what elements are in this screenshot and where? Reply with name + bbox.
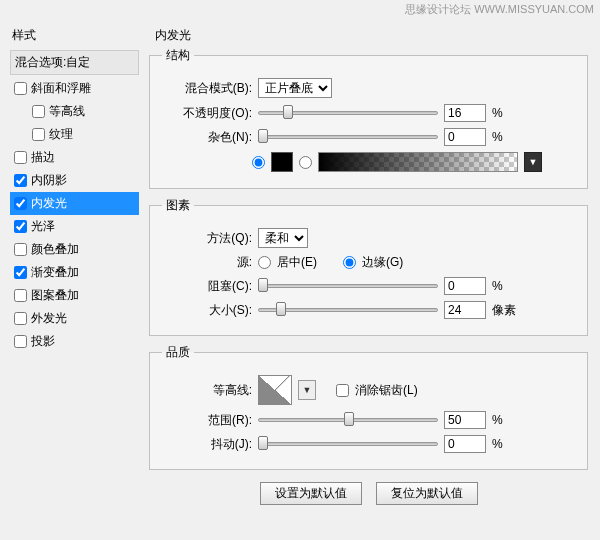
style-item-9[interactable]: 图案叠加 [10, 284, 139, 307]
jitter-input[interactable] [444, 435, 486, 453]
style-item-2[interactable]: 纹理 [10, 123, 139, 146]
style-item-label: 内阴影 [31, 172, 67, 189]
style-checkbox[interactable] [14, 82, 27, 95]
sidebar: 样式 混合选项:自定 斜面和浮雕等高线纹理描边内阴影内发光光泽颜色叠加渐变叠加图… [0, 20, 145, 540]
main-panel: 内发光 结构 混合模式(B): 正片叠底 不透明度(O): % 杂色(N): % [145, 20, 600, 540]
color-solid-radio[interactable] [252, 156, 265, 169]
style-checkbox[interactable] [14, 312, 27, 325]
contour-picker[interactable] [258, 375, 292, 405]
style-checkbox[interactable] [14, 174, 27, 187]
style-item-label: 投影 [31, 333, 55, 350]
style-item-label: 内发光 [31, 195, 67, 212]
style-item-8[interactable]: 渐变叠加 [10, 261, 139, 284]
style-item-label: 描边 [31, 149, 55, 166]
gradient-preview[interactable] [318, 152, 518, 172]
style-item-label: 等高线 [49, 103, 85, 120]
choke-label: 阻塞(C): [162, 278, 252, 295]
style-checkbox[interactable] [32, 105, 45, 118]
technique-select[interactable]: 柔和 [258, 228, 308, 248]
color-swatch[interactable] [271, 152, 293, 172]
layer-style-dialog: 思缘设计论坛 WWW.MISSYUAN.COM 样式 混合选项:自定 斜面和浮雕… [0, 0, 600, 540]
size-label: 大小(S): [162, 302, 252, 319]
style-item-label: 颜色叠加 [31, 241, 79, 258]
elements-legend: 图素 [162, 197, 194, 214]
range-label: 范围(R): [162, 412, 252, 429]
style-item-5[interactable]: 内发光 [10, 192, 139, 215]
size-slider[interactable] [258, 302, 438, 318]
style-checkbox[interactable] [14, 151, 27, 164]
opacity-label: 不透明度(O): [162, 105, 252, 122]
style-item-label: 光泽 [31, 218, 55, 235]
choke-input[interactable] [444, 277, 486, 295]
style-item-4[interactable]: 内阴影 [10, 169, 139, 192]
style-item-6[interactable]: 光泽 [10, 215, 139, 238]
elements-group: 图素 方法(Q): 柔和 源: 居中(E) 边缘(G) 阻塞(C): % 大小(… [149, 197, 588, 336]
jitter-label: 抖动(J): [162, 436, 252, 453]
style-checkbox[interactable] [14, 289, 27, 302]
jitter-slider[interactable] [258, 436, 438, 452]
watermark: 思缘设计论坛 WWW.MISSYUAN.COM [405, 2, 594, 17]
noise-unit: % [492, 130, 522, 144]
default-buttons: 设置为默认值 复位为默认值 [149, 478, 588, 509]
style-checkbox[interactable] [14, 243, 27, 256]
blending-options-item[interactable]: 混合选项:自定 [10, 50, 139, 75]
range-input[interactable] [444, 411, 486, 429]
opacity-unit: % [492, 106, 522, 120]
size-unit: 像素 [492, 302, 522, 319]
jitter-unit: % [492, 437, 522, 451]
style-item-7[interactable]: 颜色叠加 [10, 238, 139, 261]
style-item-11[interactable]: 投影 [10, 330, 139, 353]
opacity-input[interactable] [444, 104, 486, 122]
gradient-dropdown-icon[interactable]: ▼ [524, 152, 542, 172]
style-checkbox[interactable] [14, 266, 27, 279]
style-checkbox[interactable] [14, 197, 27, 210]
noise-input[interactable] [444, 128, 486, 146]
noise-label: 杂色(N): [162, 129, 252, 146]
range-slider[interactable] [258, 412, 438, 428]
quality-group: 品质 等高线: ▼ 消除锯齿(L) 范围(R): % 抖动(J): % [149, 344, 588, 470]
style-item-label: 图案叠加 [31, 287, 79, 304]
source-center-label: 居中(E) [277, 254, 317, 271]
style-item-10[interactable]: 外发光 [10, 307, 139, 330]
source-label: 源: [162, 254, 252, 271]
style-item-3[interactable]: 描边 [10, 146, 139, 169]
reset-default-button[interactable]: 复位为默认值 [376, 482, 478, 505]
style-item-label: 外发光 [31, 310, 67, 327]
style-checkbox[interactable] [14, 335, 27, 348]
structure-group: 结构 混合模式(B): 正片叠底 不透明度(O): % 杂色(N): % [149, 47, 588, 189]
range-unit: % [492, 413, 522, 427]
contour-dropdown-icon[interactable]: ▼ [298, 380, 316, 400]
opacity-slider[interactable] [258, 105, 438, 121]
choke-unit: % [492, 279, 522, 293]
style-item-label: 渐变叠加 [31, 264, 79, 281]
sidebar-title: 样式 [10, 24, 139, 50]
size-input[interactable] [444, 301, 486, 319]
structure-legend: 结构 [162, 47, 194, 64]
color-gradient-radio[interactable] [299, 156, 312, 169]
style-checkbox[interactable] [14, 220, 27, 233]
style-item-0[interactable]: 斜面和浮雕 [10, 77, 139, 100]
blend-mode-label: 混合模式(B): [162, 80, 252, 97]
set-default-button[interactable]: 设置为默认值 [260, 482, 362, 505]
antialias-label: 消除锯齿(L) [355, 382, 418, 399]
technique-label: 方法(Q): [162, 230, 252, 247]
style-item-label: 纹理 [49, 126, 73, 143]
panel-title: 内发光 [149, 24, 588, 47]
style-checkbox[interactable] [32, 128, 45, 141]
quality-legend: 品质 [162, 344, 194, 361]
contour-label: 等高线: [162, 382, 252, 399]
source-center-radio[interactable] [258, 256, 271, 269]
style-item-label: 斜面和浮雕 [31, 80, 91, 97]
antialias-checkbox[interactable] [336, 384, 349, 397]
source-edge-label: 边缘(G) [362, 254, 403, 271]
source-edge-radio[interactable] [343, 256, 356, 269]
noise-slider[interactable] [258, 129, 438, 145]
style-list: 斜面和浮雕等高线纹理描边内阴影内发光光泽颜色叠加渐变叠加图案叠加外发光投影 [10, 77, 139, 353]
style-item-1[interactable]: 等高线 [10, 100, 139, 123]
choke-slider[interactable] [258, 278, 438, 294]
blend-mode-select[interactable]: 正片叠底 [258, 78, 332, 98]
